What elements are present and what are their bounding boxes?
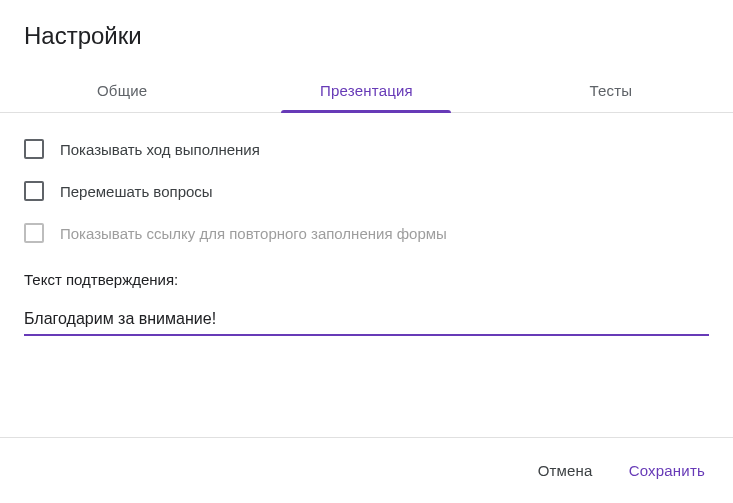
label-shuffle-questions: Перемешать вопросы xyxy=(60,183,213,200)
dialog-header: Настройки xyxy=(0,0,733,68)
confirmation-label: Текст подтверждения: xyxy=(24,271,709,288)
tab-quizzes[interactable]: Тесты xyxy=(489,68,733,112)
tabs-bar: Общие Презентация Тесты xyxy=(0,68,733,113)
tab-presentation[interactable]: Презентация xyxy=(244,68,488,112)
checkbox-show-resubmit-link xyxy=(24,223,44,243)
option-shuffle-questions: Перемешать вопросы xyxy=(24,181,709,201)
confirmation-input[interactable] xyxy=(24,306,709,336)
checkbox-shuffle-questions[interactable] xyxy=(24,181,44,201)
dialog-footer: Отмена Сохранить xyxy=(0,437,733,503)
tab-quizzes-label: Тесты xyxy=(589,82,632,99)
cancel-button[interactable]: Отмена xyxy=(534,456,597,485)
settings-dialog: Настройки Общие Презентация Тесты Показы… xyxy=(0,0,733,503)
label-show-resubmit-link: Показывать ссылку для повторного заполне… xyxy=(60,225,447,242)
option-show-progress: Показывать ход выполнения xyxy=(24,139,709,159)
dialog-title: Настройки xyxy=(24,22,709,50)
checkbox-show-progress[interactable] xyxy=(24,139,44,159)
tab-presentation-label: Презентация xyxy=(320,82,413,99)
tab-general-label: Общие xyxy=(97,82,147,99)
label-show-progress: Показывать ход выполнения xyxy=(60,141,260,158)
dialog-content: Показывать ход выполнения Перемешать воп… xyxy=(0,113,733,437)
save-button[interactable]: Сохранить xyxy=(625,456,709,485)
tab-general[interactable]: Общие xyxy=(0,68,244,112)
option-show-resubmit-link: Показывать ссылку для повторного заполне… xyxy=(24,223,709,243)
